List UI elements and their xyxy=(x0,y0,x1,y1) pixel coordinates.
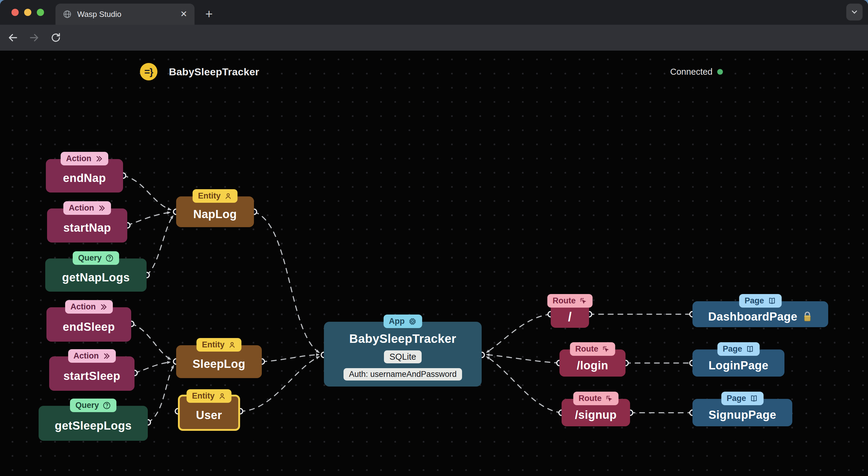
studio-header: =} BabySleepTracker Connected xyxy=(0,50,868,90)
reload-icon xyxy=(50,32,61,43)
edge-sleepLog-app xyxy=(262,354,319,362)
entity-badge: Entity xyxy=(196,338,241,351)
auth-pill: Auth: usernameAndPassword xyxy=(343,368,462,380)
node-startSleep[interactable]: Action startSleep xyxy=(49,356,134,391)
book-icon xyxy=(746,345,754,353)
node-label: SignupPage xyxy=(709,409,776,421)
edge-endNap-napLog xyxy=(123,176,171,210)
entity-badge: Entity xyxy=(192,189,237,203)
edge-napLog-app xyxy=(254,212,319,352)
node-label: NapLog xyxy=(193,208,237,221)
node-label: getNapLogs xyxy=(62,271,130,284)
action-badge: Action xyxy=(63,201,111,215)
person-icon xyxy=(228,341,236,349)
action-badge: Action xyxy=(61,152,108,165)
page-badge: Page xyxy=(739,294,782,308)
node-label: DashboardPage xyxy=(708,310,798,323)
back-icon xyxy=(7,32,19,43)
tab-strip: Wasp Studio ✕ + xyxy=(0,0,868,25)
node-label: endSleep xyxy=(63,320,115,334)
page-badge: Page xyxy=(717,342,760,356)
person-icon xyxy=(218,392,226,400)
minimize-window-button[interactable] xyxy=(24,9,31,16)
edge-endSleep-sleepLog xyxy=(131,324,171,360)
browser-toolbar: localhost:4000 Incognito Relaunch to upd… xyxy=(0,25,868,50)
chevron-down-icon xyxy=(850,8,859,16)
route-badge: Route xyxy=(547,294,593,308)
cursor-click-icon xyxy=(602,345,610,353)
node-startNap[interactable]: Action startNap xyxy=(47,208,127,242)
node-user[interactable]: Entity User xyxy=(178,395,240,431)
connection-status-dot xyxy=(717,69,723,75)
action-icon xyxy=(98,204,105,212)
action-icon xyxy=(99,303,107,311)
node-signup-page[interactable]: Page SignupPage xyxy=(692,399,792,426)
node-label: startNap xyxy=(63,222,111,234)
edge-getSleepLogs-sleepLog xyxy=(148,366,174,422)
node-label: startSleep xyxy=(63,370,120,383)
query-badge: Query xyxy=(73,251,119,265)
person-icon xyxy=(224,192,232,200)
lock-icon xyxy=(802,311,812,322)
reload-button[interactable] xyxy=(48,30,63,45)
node-app[interactable]: App BabySleepTracker SQLite Auth: userna… xyxy=(324,322,482,386)
app-node-title: BabySleepTracker xyxy=(349,332,456,345)
edge-startSleep-sleepLog xyxy=(134,362,170,373)
db-pill: SQLite xyxy=(384,350,422,363)
node-sleepLog[interactable]: Entity SleepLog xyxy=(176,345,262,378)
node-label: /login xyxy=(577,359,608,372)
action-badge: Action xyxy=(65,300,113,314)
node-getSleepLogs[interactable]: Query getSleepLogs xyxy=(39,406,148,441)
close-window-button[interactable] xyxy=(11,9,19,16)
wasp-studio-canvas[interactable]: =} BabySleepTracker Connected xyxy=(0,50,868,476)
edge-routeSignup-app xyxy=(487,357,562,413)
wasp-logo: =} xyxy=(140,63,157,80)
connection-status: Connected xyxy=(670,63,723,80)
action-icon xyxy=(95,155,103,163)
question-circle-icon xyxy=(105,254,114,262)
node-label: SleepLog xyxy=(192,358,245,371)
page-badge: Page xyxy=(721,392,764,405)
app-badge: App xyxy=(383,314,422,328)
cursor-click-icon xyxy=(579,297,587,305)
entity-badge: Entity xyxy=(186,389,231,403)
node-endNap[interactable]: Action endNap xyxy=(46,159,123,193)
browser-window: Wasp Studio ✕ + localhost:4000 Incognito xyxy=(0,0,868,476)
forward-button[interactable] xyxy=(27,30,42,45)
node-napLog[interactable]: Entity NapLog xyxy=(176,196,254,227)
node-label: getSleepLogs xyxy=(55,419,131,432)
node-login-page[interactable]: Page LoginPage xyxy=(692,349,784,377)
maximize-window-button[interactable] xyxy=(37,9,44,16)
edge-routeLogin-app xyxy=(487,354,559,363)
tab-wasp-studio[interactable]: Wasp Studio ✕ xyxy=(56,4,194,25)
tab-search-chevron-button[interactable] xyxy=(846,4,863,21)
query-badge: Query xyxy=(70,399,116,412)
node-route-login[interactable]: Route /login xyxy=(559,349,625,377)
connection-status-text: Connected xyxy=(670,67,712,77)
action-badge: Action xyxy=(68,349,116,363)
chip-icon xyxy=(408,317,417,326)
tab-title: Wasp Studio xyxy=(77,10,175,19)
node-label: endNap xyxy=(63,172,106,185)
question-circle-icon xyxy=(102,401,111,410)
node-getNapLogs[interactable]: Query getNapLogs xyxy=(45,259,147,292)
node-endSleep[interactable]: Action endSleep xyxy=(46,307,131,342)
book-icon xyxy=(768,297,776,305)
globe-icon xyxy=(63,10,72,19)
node-route-signup[interactable]: Route /signup xyxy=(562,399,630,426)
node-label: User xyxy=(196,409,222,422)
node-label: / xyxy=(568,310,571,324)
route-badge: Route xyxy=(573,392,619,405)
forward-icon xyxy=(29,32,39,43)
node-label: LoginPage xyxy=(709,359,769,372)
node-route-root[interactable]: Route / xyxy=(551,301,589,328)
book-icon xyxy=(750,394,758,403)
edge-routeRoot-app xyxy=(487,314,551,352)
route-badge: Route xyxy=(570,342,615,356)
edge-getNapLogs-napLog xyxy=(147,216,173,275)
node-dashboard-page[interactable]: Page DashboardPage xyxy=(692,301,828,327)
new-tab-button[interactable]: + xyxy=(202,7,217,22)
studio-app-name: BabySleepTracker xyxy=(169,63,259,80)
back-button[interactable] xyxy=(5,30,21,45)
tab-close-icon[interactable]: ✕ xyxy=(180,10,187,19)
